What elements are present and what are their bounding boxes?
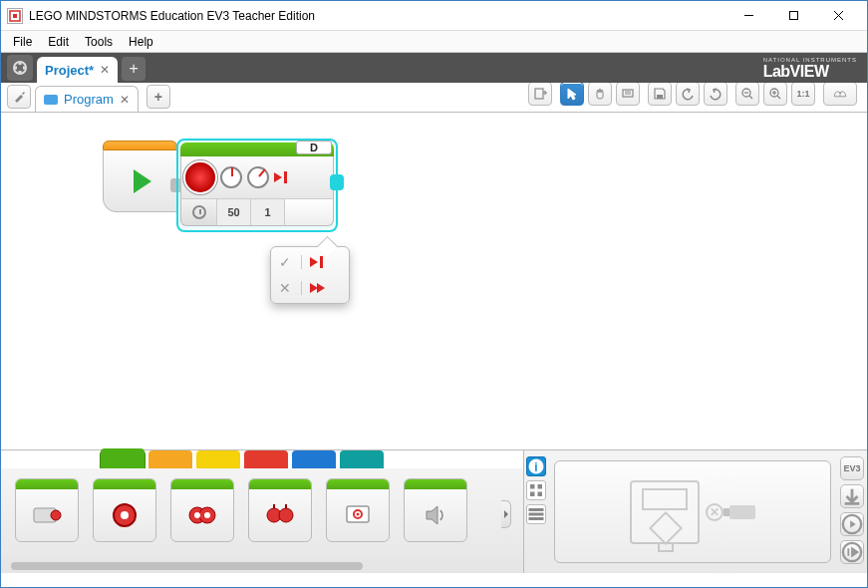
svg-line-17 [749, 96, 752, 99]
palette-expand-button[interactable] [501, 500, 511, 528]
palette-items [1, 468, 523, 559]
window-title: LEGO MINDSTORMS Education EV3 Teacher Ed… [29, 9, 726, 23]
svg-rect-42 [538, 492, 543, 497]
lobby-button[interactable] [7, 55, 33, 81]
motor-mode-selector[interactable] [181, 199, 217, 225]
svg-point-31 [204, 512, 210, 518]
palette-category-tabs [1, 450, 523, 468]
port-view-tab[interactable] [526, 480, 546, 500]
run-selected-button[interactable] [840, 540, 864, 564]
svg-rect-7 [19, 62, 22, 65]
save-button[interactable] [648, 82, 672, 106]
svg-rect-44 [529, 513, 544, 516]
svg-point-27 [121, 511, 129, 519]
motor-icon[interactable] [185, 162, 215, 192]
x-icon: ✕ [279, 280, 293, 296]
large-motor-palette-block[interactable] [93, 478, 156, 542]
project-tab[interactable]: Project* ✕ [37, 57, 118, 83]
svg-rect-1 [13, 14, 17, 18]
ev3-label: EV3 [840, 456, 864, 480]
motor-power-input[interactable]: 50 [217, 199, 251, 225]
comment-tool-button[interactable] [616, 82, 640, 106]
palette-tab-advanced[interactable] [292, 450, 336, 468]
power-dial-icon[interactable] [220, 166, 242, 188]
motor-port-selector[interactable]: D [296, 141, 332, 154]
start-block-header [103, 141, 177, 150]
palette-tab-sensor[interactable] [196, 450, 240, 468]
motor-brake-input[interactable] [285, 199, 333, 225]
motor-block-output-port[interactable] [330, 174, 344, 190]
menu-edit[interactable]: Edit [40, 32, 77, 52]
brick-connection-panel: ✕ [554, 460, 831, 563]
labview-logo: NATIONAL INSTRUMENTS LabVIEW [763, 57, 857, 81]
brake-mode-dropdown: ✓ ✕ [270, 246, 350, 304]
brick-info-tab[interactable]: i [526, 456, 546, 476]
check-icon: ✓ [279, 254, 293, 270]
zoom-out-button[interactable] [735, 82, 759, 106]
menu-help[interactable]: Help [121, 32, 161, 52]
svg-point-33 [279, 508, 293, 522]
brick-icon [630, 480, 700, 544]
zoom-reset-button[interactable]: 1:1 [791, 82, 815, 106]
menu-file[interactable]: File [5, 32, 40, 52]
palette-tab-flow[interactable] [148, 450, 192, 468]
sound-palette-block[interactable] [404, 478, 467, 542]
svg-text:i: i [534, 460, 537, 474]
svg-rect-40 [538, 484, 543, 489]
palette-tab-myblocks[interactable] [340, 450, 384, 468]
program-tab-label: Program [64, 92, 114, 107]
zoom-in-button[interactable] [763, 82, 787, 106]
maximize-button[interactable] [771, 2, 816, 30]
menu-bar: File Edit Tools Help [1, 31, 867, 53]
large-motor-block[interactable]: D 50 1 [176, 139, 338, 232]
svg-rect-43 [529, 508, 544, 511]
pan-tool-button[interactable] [588, 82, 612, 106]
export-button[interactable] [528, 82, 552, 106]
minimize-button[interactable] [726, 2, 771, 30]
close-button[interactable] [816, 2, 861, 30]
brake-stop-icon[interactable] [274, 171, 287, 183]
download-run-button[interactable] [840, 512, 864, 536]
palette-scrollbar[interactable] [1, 559, 523, 573]
svg-rect-8 [19, 71, 22, 74]
clock-icon [192, 205, 206, 219]
usb-icon [729, 505, 755, 519]
svg-rect-41 [530, 492, 535, 497]
svg-rect-3 [790, 12, 798, 20]
brake-stop-icon [310, 256, 323, 268]
available-bricks-tab[interactable] [526, 504, 546, 524]
project-properties-button[interactable] [7, 85, 31, 109]
redo-button[interactable] [704, 82, 727, 106]
palette-tab-action[interactable] [101, 450, 145, 468]
palette-tab-data[interactable] [244, 450, 288, 468]
app-icon [7, 8, 23, 24]
medium-motor-palette-block[interactable] [15, 478, 79, 542]
menu-tools[interactable]: Tools [77, 32, 121, 52]
download-button[interactable] [840, 484, 864, 508]
svg-point-30 [194, 512, 200, 518]
motor-rotations-input[interactable]: 1 [251, 199, 285, 225]
add-project-button[interactable]: + [122, 57, 145, 81]
brake-option-true[interactable]: ✓ [271, 249, 349, 275]
project-tab-close-icon[interactable]: ✕ [100, 63, 110, 77]
add-program-button[interactable]: + [146, 85, 170, 109]
content-editor-button[interactable] [823, 82, 857, 106]
program-tab-close-icon[interactable]: ✕ [120, 93, 130, 107]
move-steering-palette-block[interactable] [170, 478, 234, 542]
undo-button[interactable] [676, 82, 700, 106]
block-palette [1, 450, 524, 573]
rotation-dial-icon[interactable] [247, 166, 269, 188]
brake-option-false[interactable]: ✕ [271, 275, 349, 301]
program-icon [44, 95, 58, 105]
program-toolbar: Program ✕ + 1:1 [1, 83, 867, 113]
program-canvas[interactable]: D 50 1 ✓ ✕ [1, 113, 867, 449]
svg-point-25 [51, 510, 61, 520]
pointer-tool-button[interactable] [560, 82, 584, 106]
svg-rect-10 [23, 67, 26, 70]
move-tank-palette-block[interactable] [248, 478, 312, 542]
project-tab-bar: Project* ✕ + NATIONAL INSTRUMENTS LabVIE… [1, 53, 867, 83]
program-tab[interactable]: Program ✕ [35, 86, 139, 112]
display-palette-block[interactable] [326, 478, 390, 542]
start-block[interactable] [103, 141, 177, 220]
svg-rect-39 [530, 484, 535, 489]
